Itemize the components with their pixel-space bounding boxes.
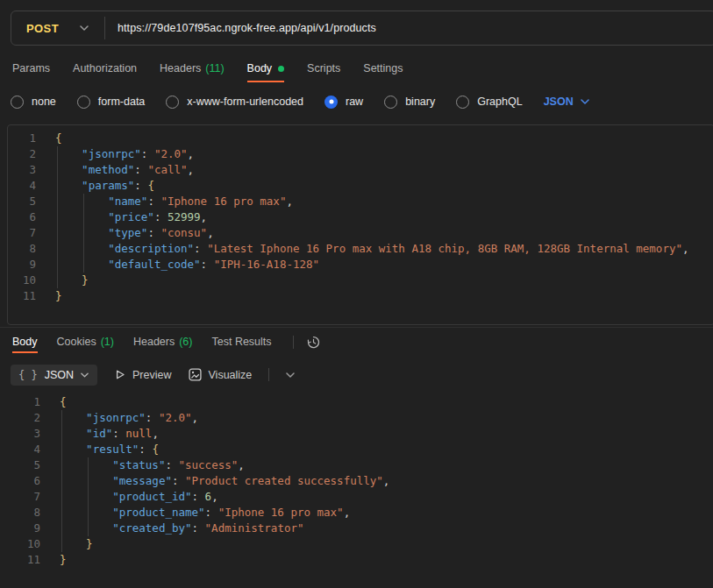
code-line: 11}: [8, 288, 713, 304]
request-tab-body[interactable]: Body: [247, 56, 285, 82]
code-line: 9 "created_by": "Administrator": [0, 521, 713, 536]
code-line: 11}: [0, 552, 713, 568]
line-number: 11: [8, 288, 36, 304]
body-type-radio-graphql[interactable]: GraphQL: [456, 96, 522, 109]
preview-label: Preview: [132, 369, 171, 381]
code-area: 1{2 "jsonrpc": "2.0",3 "id": null,4 "res…: [0, 394, 713, 580]
line-number: 10: [0, 536, 40, 552]
code-text: "name": "Iphone 16 pro max",: [36, 194, 293, 209]
code-text: {: [36, 131, 62, 146]
line-number: 10: [8, 273, 36, 288]
request-tab-settings[interactable]: Settings: [363, 56, 403, 82]
line-number: 9: [0, 521, 40, 536]
response-tab-headers[interactable]: Headers(6): [133, 331, 193, 353]
code-text: "method": "call",: [36, 162, 194, 178]
code-line: 2 "jsonrpc": "2.0",: [8, 146, 713, 162]
method-selector[interactable]: POST: [11, 11, 104, 45]
code-line: 1{: [8, 131, 713, 146]
response-format-selector[interactable]: { } JSON: [11, 365, 97, 386]
line-number: 2: [0, 410, 40, 426]
tab-label: Settings: [363, 62, 403, 74]
code-text: "jsonrpc": "2.0",: [40, 410, 198, 426]
line-number: 4: [0, 442, 40, 457]
braces-icon: { }: [18, 369, 38, 381]
play-icon: [114, 369, 125, 380]
radio-label: binary: [405, 96, 435, 108]
request-tab-scripts[interactable]: Scripts: [307, 56, 340, 82]
tab-count-badge: (6): [179, 336, 192, 348]
radio-circle-icon: [456, 96, 469, 109]
line-number: 5: [0, 457, 40, 473]
line-number: 3: [8, 162, 36, 178]
line-number: 7: [8, 225, 36, 241]
code-text: "type": "consu",: [36, 225, 214, 241]
body-type-radio-x-www-form-urlencoded[interactable]: x-www-form-urlencoded: [166, 96, 303, 109]
line-number: 2: [8, 146, 36, 162]
tab-label: Body: [12, 336, 38, 348]
more-options-chevron-icon[interactable]: [286, 372, 295, 378]
body-type-row: noneform-datax-www-form-urlencodedrawbin…: [0, 90, 713, 113]
line-number: 3: [0, 426, 40, 442]
line-number: 1: [0, 394, 40, 410]
chevron-down-icon: [581, 99, 589, 104]
radio-label: GraphQL: [477, 96, 522, 108]
indent-guide: [61, 410, 62, 552]
tab-label: Cookies: [57, 336, 96, 348]
code-text: "status": "success",: [40, 457, 245, 473]
code-line: 4 "result": {: [0, 442, 713, 457]
code-line: 5 "status": "success",: [0, 457, 713, 473]
request-tab-params[interactable]: Params: [12, 56, 50, 82]
method-label: POST: [26, 22, 59, 35]
line-number: 4: [8, 178, 36, 194]
raw-language-label: JSON: [544, 96, 574, 108]
code-text: }: [40, 536, 93, 552]
visualize-label: Visualize: [209, 369, 253, 381]
response-tab-body[interactable]: Body: [12, 331, 38, 353]
body-type-radio-form-data[interactable]: form-data: [77, 96, 146, 109]
code-line: 6 "message": "Product created successful…: [0, 473, 713, 489]
chevron-down-icon: [81, 372, 89, 378]
request-body-editor[interactable]: 1{2 "jsonrpc": "2.0",3 "method": "call",…: [7, 124, 713, 325]
tab-label: Headers: [160, 62, 201, 74]
body-type-radio-none[interactable]: none: [11, 96, 56, 109]
code-text: "created_by": "Administrator": [40, 521, 303, 536]
code-text: "default_code": "IPH-16-A18-128": [36, 257, 319, 273]
code-line: 10 }: [0, 536, 713, 552]
line-number: 7: [0, 489, 40, 505]
code-text: "price": 52999,: [36, 209, 207, 225]
raw-language-selector[interactable]: JSON: [544, 96, 589, 108]
code-text: "message": "Product created successfully…: [40, 473, 389, 489]
response-toolbar: { } JSON Preview Visualize: [11, 363, 295, 386]
response-tabs: BodyCookies(1)Headers(6)Test Results: [0, 331, 713, 353]
divider: [293, 336, 294, 349]
code-area: 1{2 "jsonrpc": "2.0",3 "method": "call",…: [8, 131, 713, 324]
request-url-bar: POST https://79de107f95ac.ngrok-free.app…: [11, 11, 713, 46]
code-text: "id": null,: [40, 426, 159, 442]
line-number: 8: [8, 241, 36, 257]
radio-circle-icon: [384, 96, 397, 109]
code-text: "params": {: [36, 178, 154, 194]
url-input[interactable]: https://79de107f95ac.ngrok-free.app/api/…: [105, 22, 376, 34]
body-type-options: noneform-datax-www-form-urlencodedrawbin…: [11, 96, 523, 109]
code-text: "result": {: [40, 442, 159, 457]
radio-circle-icon: [77, 96, 90, 109]
tab-count-badge: (11): [205, 62, 224, 74]
response-tab-test-results[interactable]: Test Results: [211, 331, 271, 353]
visualize-button[interactable]: Visualize: [189, 368, 253, 381]
request-tab-headers[interactable]: Headers(11): [160, 56, 225, 82]
body-type-radio-binary[interactable]: binary: [384, 96, 435, 109]
body-type-radio-raw[interactable]: raw: [324, 96, 363, 109]
code-text: "product_name": "Iphone 16 pro max",: [40, 505, 350, 521]
line-number: 11: [0, 552, 40, 568]
request-tab-authorization[interactable]: Authorization: [73, 56, 137, 82]
radio-circle-icon: [11, 96, 24, 109]
code-line: 7 "product_id": 6,: [0, 489, 713, 505]
code-line: 7 "type": "consu",: [8, 225, 713, 241]
code-line: 5 "name": "Iphone 16 pro max",: [8, 194, 713, 209]
radio-label: none: [32, 96, 56, 108]
tab-count-badge: (1): [101, 336, 114, 348]
preview-button[interactable]: Preview: [114, 369, 171, 381]
response-tab-cookies[interactable]: Cookies(1): [57, 331, 114, 353]
history-icon[interactable]: [306, 335, 321, 350]
radio-circle-icon: [166, 96, 179, 109]
